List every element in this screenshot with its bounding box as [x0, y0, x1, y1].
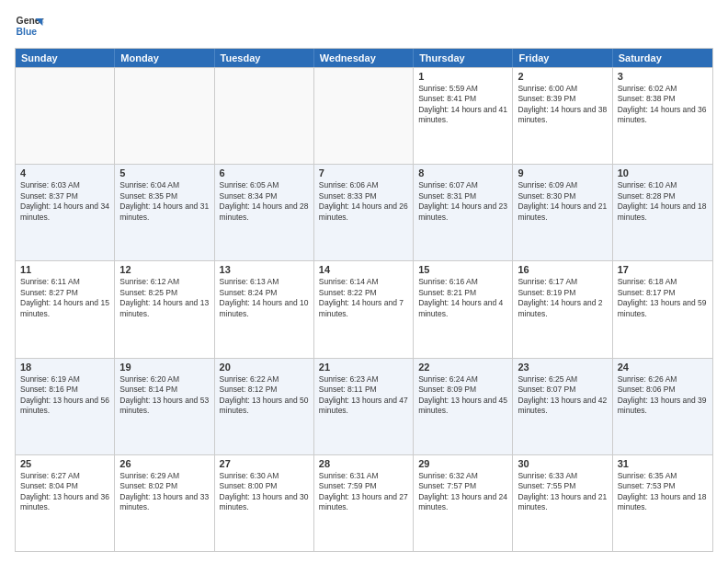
- day-number: 20: [220, 362, 309, 373]
- day-number: 3: [618, 71, 708, 82]
- day-number: 26: [119, 458, 209, 469]
- day-header-sunday: Sunday: [16, 49, 115, 67]
- day-number: 13: [220, 264, 309, 275]
- calendar-row-2: 4Sunrise: 6:03 AMSunset: 8:37 PMDaylight…: [16, 164, 712, 260]
- day-number: 18: [20, 362, 109, 373]
- day-info: Sunrise: 5:59 AMSunset: 8:41 PMDaylight:…: [418, 84, 507, 126]
- day-info: Sunrise: 6:09 AMSunset: 8:30 PMDaylight:…: [518, 180, 607, 223]
- day-number: 4: [20, 167, 109, 178]
- calendar-row-3: 11Sunrise: 6:11 AMSunset: 8:27 PMDayligh…: [16, 260, 712, 357]
- day-info: Sunrise: 6:18 AMSunset: 8:17 PMDaylight:…: [618, 277, 708, 319]
- day-info: Sunrise: 6:04 AMSunset: 8:35 PMDaylight:…: [119, 180, 209, 223]
- day-cell-31: 31Sunrise: 6:35 AMSunset: 7:53 PMDayligh…: [613, 455, 712, 551]
- day-number: 11: [20, 264, 109, 275]
- day-info: Sunrise: 6:13 AMSunset: 8:24 PMDaylight:…: [220, 277, 309, 319]
- day-cell-14: 14Sunrise: 6:14 AMSunset: 8:22 PMDayligh…: [314, 261, 414, 357]
- day-cell-1: 1Sunrise: 5:59 AMSunset: 8:41 PMDaylight…: [414, 68, 513, 164]
- day-info: Sunrise: 6:22 AMSunset: 8:12 PMDaylight:…: [220, 374, 309, 417]
- day-number: 28: [319, 458, 408, 469]
- day-cell-23: 23Sunrise: 6:25 AMSunset: 8:07 PMDayligh…: [513, 359, 612, 454]
- day-cell-16: 16Sunrise: 6:17 AMSunset: 8:19 PMDayligh…: [513, 261, 612, 357]
- day-cell-17: 17Sunrise: 6:18 AMSunset: 8:17 PMDayligh…: [613, 261, 712, 357]
- day-info: Sunrise: 6:06 AMSunset: 8:33 PMDaylight:…: [319, 180, 408, 223]
- day-info: Sunrise: 6:32 AMSunset: 7:57 PMDaylight:…: [418, 471, 507, 513]
- day-info: Sunrise: 6:14 AMSunset: 8:22 PMDaylight:…: [319, 277, 408, 319]
- day-info: Sunrise: 6:03 AMSunset: 8:37 PMDaylight:…: [20, 180, 109, 223]
- day-info: Sunrise: 6:35 AMSunset: 7:53 PMDaylight:…: [618, 471, 708, 513]
- day-number: 21: [319, 362, 408, 373]
- day-cell-27: 27Sunrise: 6:30 AMSunset: 8:00 PMDayligh…: [215, 455, 314, 551]
- day-number: 9: [518, 167, 607, 178]
- day-number: 15: [418, 264, 507, 275]
- calendar-row-4: 18Sunrise: 6:19 AMSunset: 8:16 PMDayligh…: [16, 358, 712, 454]
- day-info: Sunrise: 6:31 AMSunset: 7:59 PMDaylight:…: [319, 471, 408, 513]
- day-number: 16: [518, 264, 607, 275]
- day-cell-26: 26Sunrise: 6:29 AMSunset: 8:02 PMDayligh…: [115, 455, 214, 551]
- day-header-saturday: Saturday: [613, 49, 712, 67]
- day-cell-7: 7Sunrise: 6:06 AMSunset: 8:33 PMDaylight…: [314, 165, 414, 260]
- day-number: 10: [618, 167, 708, 178]
- day-cell-8: 8Sunrise: 6:07 AMSunset: 8:31 PMDaylight…: [414, 165, 513, 260]
- svg-text:Blue: Blue: [17, 27, 38, 37]
- day-cell-3: 3Sunrise: 6:02 AMSunset: 8:38 PMDaylight…: [613, 68, 712, 164]
- day-cell-15: 15Sunrise: 6:16 AMSunset: 8:21 PMDayligh…: [414, 261, 513, 357]
- day-info: Sunrise: 6:17 AMSunset: 8:19 PMDaylight:…: [518, 277, 607, 319]
- day-info: Sunrise: 6:20 AMSunset: 8:14 PMDaylight:…: [119, 374, 209, 417]
- day-cell-20: 20Sunrise: 6:22 AMSunset: 8:12 PMDayligh…: [215, 359, 314, 454]
- day-number: 24: [618, 362, 708, 373]
- day-info: Sunrise: 6:33 AMSunset: 7:55 PMDaylight:…: [518, 471, 607, 513]
- day-number: 25: [20, 458, 109, 469]
- day-number: 17: [618, 264, 708, 275]
- day-number: 27: [220, 458, 309, 469]
- day-number: 7: [319, 167, 408, 178]
- logo: General Blue: [15, 11, 44, 40]
- empty-cell: [215, 68, 314, 164]
- empty-cell: [314, 68, 414, 164]
- day-info: Sunrise: 6:16 AMSunset: 8:21 PMDaylight:…: [418, 277, 507, 319]
- day-cell-12: 12Sunrise: 6:12 AMSunset: 8:25 PMDayligh…: [115, 261, 214, 357]
- day-info: Sunrise: 6:00 AMSunset: 8:39 PMDaylight:…: [518, 84, 607, 126]
- day-info: Sunrise: 6:10 AMSunset: 8:28 PMDaylight:…: [618, 180, 708, 223]
- day-number: 29: [418, 458, 507, 469]
- day-info: Sunrise: 6:23 AMSunset: 8:11 PMDaylight:…: [319, 374, 408, 417]
- logo-icon: General Blue: [15, 11, 44, 40]
- day-info: Sunrise: 6:05 AMSunset: 8:34 PMDaylight:…: [220, 180, 309, 223]
- day-number: 31: [618, 458, 708, 469]
- empty-cell: [16, 68, 115, 164]
- day-cell-28: 28Sunrise: 6:31 AMSunset: 7:59 PMDayligh…: [314, 455, 414, 551]
- calendar-body: 1Sunrise: 5:59 AMSunset: 8:41 PMDaylight…: [16, 67, 712, 551]
- day-cell-10: 10Sunrise: 6:10 AMSunset: 8:28 PMDayligh…: [613, 165, 712, 260]
- day-cell-6: 6Sunrise: 6:05 AMSunset: 8:34 PMDaylight…: [215, 165, 314, 260]
- day-cell-29: 29Sunrise: 6:32 AMSunset: 7:57 PMDayligh…: [414, 455, 513, 551]
- day-cell-2: 2Sunrise: 6:00 AMSunset: 8:39 PMDaylight…: [513, 68, 612, 164]
- day-number: 8: [418, 167, 507, 178]
- day-info: Sunrise: 6:27 AMSunset: 8:04 PMDaylight:…: [20, 471, 109, 513]
- day-number: 5: [119, 167, 209, 178]
- day-info: Sunrise: 6:19 AMSunset: 8:16 PMDaylight:…: [20, 374, 109, 417]
- day-header-monday: Monday: [115, 49, 214, 67]
- day-header-wednesday: Wednesday: [314, 49, 414, 67]
- day-number: 14: [319, 264, 408, 275]
- calendar-row-5: 25Sunrise: 6:27 AMSunset: 8:04 PMDayligh…: [16, 454, 712, 551]
- day-cell-19: 19Sunrise: 6:20 AMSunset: 8:14 PMDayligh…: [115, 359, 214, 454]
- day-cell-21: 21Sunrise: 6:23 AMSunset: 8:11 PMDayligh…: [314, 359, 414, 454]
- day-number: 2: [518, 71, 607, 82]
- day-cell-22: 22Sunrise: 6:24 AMSunset: 8:09 PMDayligh…: [414, 359, 513, 454]
- day-number: 19: [119, 362, 209, 373]
- day-info: Sunrise: 6:30 AMSunset: 8:00 PMDaylight:…: [220, 471, 309, 513]
- day-number: 12: [119, 264, 209, 275]
- day-info: Sunrise: 6:29 AMSunset: 8:02 PMDaylight:…: [119, 471, 209, 513]
- day-header-tuesday: Tuesday: [215, 49, 314, 67]
- day-cell-25: 25Sunrise: 6:27 AMSunset: 8:04 PMDayligh…: [16, 455, 115, 551]
- day-number: 23: [518, 362, 607, 373]
- day-header-friday: Friday: [513, 49, 612, 67]
- empty-cell: [115, 68, 214, 164]
- day-number: 1: [418, 71, 507, 82]
- day-info: Sunrise: 6:07 AMSunset: 8:31 PMDaylight:…: [418, 180, 507, 223]
- day-cell-18: 18Sunrise: 6:19 AMSunset: 8:16 PMDayligh…: [16, 359, 115, 454]
- day-cell-11: 11Sunrise: 6:11 AMSunset: 8:27 PMDayligh…: [16, 261, 115, 357]
- day-info: Sunrise: 6:12 AMSunset: 8:25 PMDaylight:…: [119, 277, 209, 319]
- day-info: Sunrise: 6:24 AMSunset: 8:09 PMDaylight:…: [418, 374, 507, 417]
- day-cell-4: 4Sunrise: 6:03 AMSunset: 8:37 PMDaylight…: [16, 165, 115, 260]
- day-info: Sunrise: 6:02 AMSunset: 8:38 PMDaylight:…: [618, 84, 708, 126]
